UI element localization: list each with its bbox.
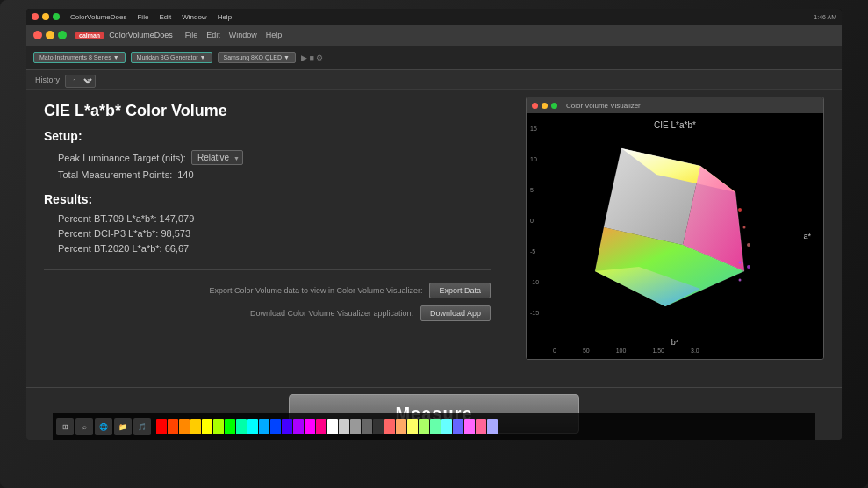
export-section: Export Color Volume data to view in Colo… (44, 269, 491, 321)
peak-luminance-dropdown[interactable]: Relative 100 200 (191, 150, 243, 165)
viz-minimize[interactable] (542, 103, 548, 109)
color-swatch (362, 419, 372, 434)
results-header: Results: (44, 192, 491, 206)
y-label-neg5: -5 (530, 248, 539, 255)
color-swatch (270, 419, 281, 434)
color-swatch (282, 419, 292, 434)
search-taskbar[interactable]: ⌕ (75, 418, 93, 435)
export-data-button[interactable]: Export Data (429, 283, 491, 298)
peak-luminance-row: Peak Luminance Target (nits): Relative 1… (58, 150, 491, 165)
window-controls (33, 31, 67, 39)
y-label-5: 5 (530, 187, 539, 193)
color-swatch (236, 419, 247, 434)
right-panel: Color Volume Visualizer CIE L*a*b* 15 10… (508, 90, 842, 387)
menu-edit[interactable]: Edit (206, 31, 220, 39)
app-window: calman ColorVolumeDoes File Edit Window … (26, 25, 842, 440)
download-app-button[interactable]: Download App (420, 305, 491, 321)
y-label-neg10: -10 (530, 279, 539, 285)
viz-chart-label: CIE L*a*b* (654, 120, 696, 130)
win-close[interactable] (33, 31, 42, 39)
menu-window[interactable]: Window (229, 31, 257, 39)
close-dot[interactable] (32, 13, 39, 20)
taskbar-icon-3[interactable]: 🎵 (133, 418, 151, 435)
os-menu-help[interactable]: Help (218, 13, 232, 21)
history-dropdown[interactable]: 1 (65, 75, 96, 88)
setup-header: Setup: (44, 129, 491, 143)
result-bt2020: Percent BT.2020 L*a*b*: 66,67 (58, 243, 491, 254)
x-label-100: 100 (616, 348, 627, 354)
start-button[interactable]: ⊞ (56, 418, 74, 435)
color-swatch (339, 419, 349, 434)
y-label-0: 0 (530, 218, 539, 224)
export-data-row: Export Color Volume data to view in Colo… (44, 283, 491, 298)
os-topbar: ColorVolumeDoes File Edit Window Help 1:… (26, 9, 842, 25)
os-menu-edit[interactable]: Edit (159, 13, 171, 21)
instruments-bar: Mato Instruments 8 Series ▼ Muridan 8G G… (26, 46, 842, 70)
history-label: History (35, 75, 60, 84)
color-swatch (190, 419, 201, 434)
menu-file[interactable]: File (185, 31, 198, 39)
viz-window-title: Color Volume Visualizer (566, 102, 641, 110)
y-label-10: 10 (530, 156, 539, 162)
win-maximize[interactable] (58, 31, 67, 39)
color-volume-shape (569, 131, 762, 333)
x-label-0: 0 (553, 348, 556, 354)
y-label-15: 15 (530, 126, 539, 132)
app-logo: calman (75, 32, 104, 39)
color-swatch (441, 419, 452, 434)
taskbar: ⊞ ⌕ 🌐 📁 🎵 (53, 413, 815, 440)
download-app-label: Download Color Volume Visualizer applica… (44, 309, 413, 318)
download-app-row: Download Color Volume Visualizer applica… (44, 305, 491, 321)
minimize-dot[interactable] (42, 13, 49, 20)
taskbar-icon-2[interactable]: 📁 (114, 418, 132, 435)
color-swatch (373, 419, 384, 434)
x-label-150: 1.50 (652, 348, 664, 354)
main-content: CIE L*a*b* Color Volume Setup: Peak Lumi… (26, 90, 842, 387)
color-swatch (259, 419, 269, 434)
win-minimize[interactable] (46, 31, 54, 39)
result-bt709: Percent BT.709 L*a*b*: 147,079 (58, 213, 491, 224)
os-app-name: ColorVolumeDoes (70, 13, 126, 21)
total-measurement-label: Total Measurement Points: (58, 169, 172, 180)
taskbar-icon-1[interactable]: 🌐 (95, 418, 112, 435)
x-label-200: 3.0 (691, 348, 699, 354)
total-measurement-value: 140 (177, 169, 193, 180)
color-swatch (225, 419, 235, 434)
svg-point-15 (739, 279, 742, 282)
color-swatch (247, 419, 258, 434)
instrument-3[interactable]: Samsung 8KO QLED ▼ (218, 52, 296, 63)
peak-luminance-dropdown-wrapper: Relative 100 200 (191, 150, 243, 165)
y-label-neg15: -15 (530, 310, 539, 316)
left-panel: CIE L*a*b* Color Volume Setup: Peak Lumi… (26, 90, 508, 387)
peak-luminance-label: Peak Luminance Target (nits): (58, 153, 186, 163)
viz-close[interactable] (532, 103, 538, 109)
y-axis: 15 10 5 0 -5 -10 -15 (530, 126, 539, 316)
os-menu-file[interactable]: File (137, 13, 148, 21)
svg-point-10 (738, 208, 742, 212)
page-title: CIE L*a*b* Color Volume (44, 102, 491, 120)
viz-maximize[interactable] (551, 103, 557, 109)
instrument-1[interactable]: Mato Instruments 8 Series ▼ (33, 52, 126, 63)
instrument-2[interactable]: Muridan 8G Generator ▼ (131, 52, 212, 63)
svg-point-14 (747, 265, 750, 269)
x-axis: 0 50 100 1.50 3.0 (553, 348, 699, 354)
export-data-label: Export Color Volume data to view in Colo… (44, 286, 422, 295)
color-swatch (316, 419, 326, 434)
color-swatches (156, 419, 498, 434)
total-measurement-row: Total Measurement Points: 140 (58, 169, 491, 180)
app-title: ColorVolumeDoes (109, 31, 173, 39)
color-swatch (293, 419, 304, 434)
history-bar: History 1 (26, 70, 842, 90)
result-dcip3: Percent DCI-P3 L*a*b*: 98,573 (58, 228, 491, 239)
color-swatch (168, 419, 178, 434)
axis-a-label: a* (803, 232, 811, 240)
svg-point-13 (739, 262, 742, 264)
color-swatch (453, 419, 463, 434)
os-menu-window[interactable]: Window (182, 13, 206, 21)
axis-b-label: b* (671, 338, 679, 347)
color-swatch (464, 419, 475, 434)
menu-help[interactable]: Help (266, 31, 283, 39)
color-swatch (213, 419, 224, 434)
maximize-dot[interactable] (53, 13, 60, 20)
svg-point-11 (743, 226, 746, 229)
